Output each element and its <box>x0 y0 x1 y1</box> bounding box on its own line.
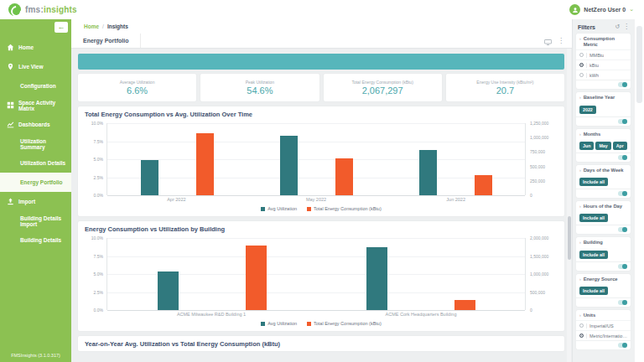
filter-toggle[interactable] <box>618 82 627 87</box>
legend-item[interactable]: Avg Utilization <box>261 206 297 211</box>
radio-option-kwh[interactable]: kWh <box>576 70 631 80</box>
filter-sections: ›Consumption MetricMMBtukBtukWh›Baseline… <box>573 33 634 362</box>
toggle-knob <box>622 82 627 87</box>
legend-item[interactable]: Avg Utilization <box>261 321 297 326</box>
filter-chip[interactable]: Include all <box>579 287 608 295</box>
filter-section-header[interactable]: ›Energy Source <box>576 274 631 284</box>
sidebar-item-label: Energy Portfolio <box>20 179 63 185</box>
kpi-value: 2,067,297 <box>362 85 403 96</box>
radio-icon <box>579 73 584 77</box>
filter-chip[interactable]: Include all <box>579 214 608 222</box>
sidebar-item-label: Utilization Summary <box>20 138 71 150</box>
brand-suffix: insights <box>44 5 77 14</box>
filter-chip[interactable]: Jun <box>579 142 594 150</box>
reset-filters-icon[interactable]: ↺ <box>615 23 620 30</box>
filter-section-header[interactable]: ›Consumption Metric <box>576 34 631 49</box>
axis-tick: 2.5% <box>94 290 103 295</box>
tab-bar: Energy Portfolio ⋮ <box>71 34 572 49</box>
filter-chip[interactable]: Include all <box>579 251 608 259</box>
filter-section-header[interactable]: ›Months <box>576 129 631 139</box>
chevron-icon: › <box>579 36 581 48</box>
legend-swatch <box>307 207 311 211</box>
left-axis: 10.0%7.5%5.0%2.5%0.0% <box>85 238 106 310</box>
filters-kebab-menu-icon[interactable]: ⋮ <box>623 23 630 30</box>
chevron-icon: › <box>579 277 581 282</box>
tab-energy-portfolio[interactable]: Energy Portfolio <box>71 34 141 48</box>
filter-section-hours-of-the-day: ›Hours of the DayInclude all <box>576 201 631 234</box>
filter-chip[interactable]: Include all <box>579 178 608 186</box>
filter-section-label: Units <box>584 313 596 318</box>
filter-chip[interactable]: Apr <box>613 142 627 150</box>
filter-section-consumption-metric: ›Consumption MetricMMBtukBtukWh <box>576 34 631 89</box>
radio-icon <box>579 53 584 57</box>
sidebar-item-utilization-summary[interactable]: Utilization Summary <box>0 134 71 153</box>
filters-panel: Filters ↺ ⋮ ›Consumption MetricMMBtukBtu… <box>572 19 634 362</box>
gridline <box>107 195 525 196</box>
filter-toggle[interactable] <box>618 264 627 269</box>
sidebar-item-live-view[interactable]: Live View <box>0 57 71 76</box>
filter-toggle[interactable] <box>618 155 627 160</box>
sidebar-collapse-button[interactable]: ← <box>55 22 68 33</box>
filter-section-footer <box>576 297 631 307</box>
radio-option-metric-internation-[interactable]: Metric/Internation... <box>576 330 631 340</box>
filter-section-header[interactable]: ›Units <box>576 310 631 320</box>
filter-toggle[interactable] <box>618 119 627 124</box>
dashboard-content: Average Utilization6.6%Peak Utilization5… <box>71 49 572 362</box>
axis-tick: 7.5% <box>94 254 103 259</box>
chip-list: JunMayApr <box>576 139 631 153</box>
filter-toggle[interactable] <box>618 191 627 196</box>
legend-label: Total Energy Consumption (kBtu) <box>314 206 382 211</box>
content-scrollbar-track[interactable] <box>567 49 571 362</box>
sidebar-item-space-activity-matrix[interactable]: Space Activity Matrix <box>0 96 71 115</box>
radio-option-imperial-us[interactable]: Imperial/US <box>576 320 631 330</box>
filter-toggle[interactable] <box>618 343 627 348</box>
filter-section-footer <box>576 340 631 349</box>
kpi-card: Energy Use Intensity (kBtu/m²)20.7 <box>446 74 564 101</box>
page-scrollbar-thumb[interactable] <box>636 26 642 103</box>
filter-toggle[interactable] <box>618 300 627 305</box>
axis-tick: 1,250,000 <box>530 121 548 126</box>
content-scrollbar-thumb[interactable] <box>568 216 571 260</box>
main-area: Home / Insights Energy Portfolio ⋮ Avera… <box>71 19 572 362</box>
radio-label: Imperial/US <box>589 323 614 328</box>
filter-section-footer <box>576 261 631 271</box>
radio-icon <box>579 334 584 338</box>
sidebar-item-building-details-import[interactable]: Building Details Import <box>0 211 71 230</box>
sidebar: ← HomeLive ViewConfigurationSpace Activi… <box>0 19 71 362</box>
bar-group <box>107 123 247 195</box>
chip-list: Include all <box>576 175 631 189</box>
presentation-view-icon[interactable] <box>544 34 552 49</box>
breadcrumb-separator: / <box>102 23 104 29</box>
user-menu[interactable]: NetZero User 0 ⌄ <box>569 4 634 15</box>
filter-section-header[interactable]: ›Hours of the Day <box>576 201 631 211</box>
sidebar-item-import[interactable]: Import <box>0 192 71 211</box>
upload-icon <box>7 198 14 205</box>
legend-item[interactable]: Total Energy Consumption (kBtu) <box>307 206 382 211</box>
filter-toggle[interactable] <box>618 227 627 232</box>
chevron-icon: › <box>579 204 581 209</box>
legend-item[interactable]: Total Energy Consumption (kBtu) <box>307 321 382 326</box>
kebab-menu-icon[interactable]: ⋮ <box>558 38 564 44</box>
axis-tick: 0.0% <box>94 193 103 198</box>
toggle-knob <box>622 119 627 124</box>
sidebar-item-utilization-details[interactable]: Utilization Details <box>0 153 71 173</box>
filter-section-header[interactable]: ›Baseline Year <box>576 92 631 102</box>
filter-chip[interactable]: 2022 <box>579 106 596 114</box>
sidebar-item-energy-portfolio[interactable]: Energy Portfolio <box>0 173 71 192</box>
axis-tick: 0 <box>530 308 532 313</box>
axis-tick: 2,000,000 <box>530 235 548 240</box>
filter-chip[interactable]: May <box>595 142 610 150</box>
filter-section-header[interactable]: ›Building <box>576 237 631 247</box>
filter-section-header[interactable]: ›Days of the Week <box>576 165 631 175</box>
app-title: fms:insights <box>25 5 77 14</box>
page-scrollbar-track[interactable] <box>634 19 644 362</box>
chart-icon <box>7 121 14 128</box>
radio-option-kbtu[interactable]: kBtu <box>576 59 631 70</box>
sidebar-item-home[interactable]: Home <box>0 38 71 57</box>
breadcrumb-home-link[interactable]: Home <box>84 23 99 29</box>
sidebar-item-configuration[interactable]: Configuration <box>0 76 71 96</box>
sidebar-item-label: Home <box>18 44 34 50</box>
radio-option-mmbtu[interactable]: MMBtu <box>576 49 631 59</box>
sidebar-item-building-details[interactable]: Building Details <box>0 230 71 250</box>
sidebar-item-dashboards[interactable]: Dashboards <box>0 115 71 134</box>
